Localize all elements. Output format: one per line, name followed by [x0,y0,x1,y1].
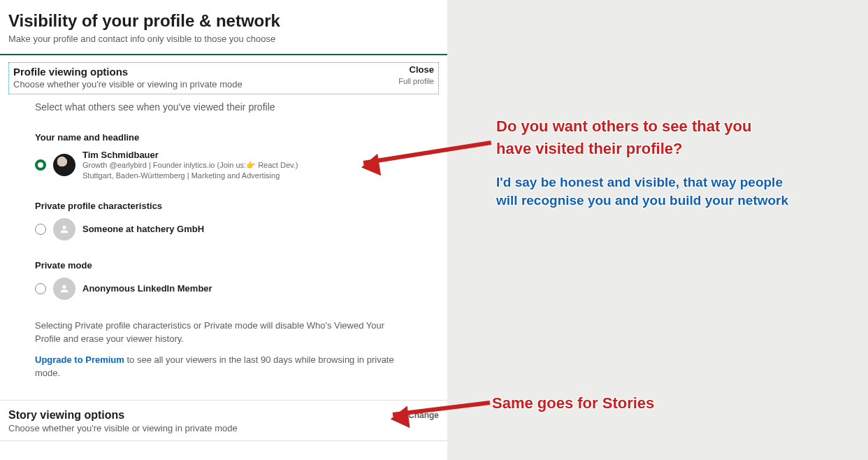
section-subtitle: Choose whether you're visible or viewing… [8,423,439,433]
current-mode-label: Full profile [398,77,434,85]
profile-location: Stuttgart, Baden-Württemberg | Marketing… [82,171,298,181]
story-viewing-section: Story viewing options Choose whether you… [0,400,447,444]
person-icon [53,278,75,300]
page-title: Visibility of your profile & network [8,11,439,31]
option-full-profile: Your name and headline Tim Schmidbauer G… [35,132,412,181]
section-title: Story viewing options [8,409,439,422]
section-title: Profile viewing options [13,66,434,78]
section-subtitle: Choose whether you're visible or viewing… [13,79,434,89]
options-content: Select what others see when you've viewe… [8,101,439,380]
radio-private-mode[interactable] [35,283,46,294]
settings-panel: Visibility of your profile & network Mak… [0,0,447,460]
semi-private-text: Someone at hatchery GmbH [82,224,204,234]
page-subtitle: Make your profile and contact info only … [8,34,439,44]
private-mode-text: Anonymous LinkedIn Member [82,283,212,294]
radio-semi-private[interactable] [35,224,46,235]
annotation-question-2: Same goes for Stories [492,393,654,414]
divider [0,54,447,55]
close-button[interactable]: Close [410,64,434,75]
radio-full-profile[interactable] [35,159,46,171]
annotation-question-1b: have visited their profile? [496,138,683,159]
option-label: Private profile characteristics [35,201,412,211]
upgrade-text: Upgrade to Premium to see all your viewe… [35,354,412,380]
person-icon [53,218,75,240]
disclaimer-text: Selecting Private profile characteristic… [35,319,412,346]
instruction-text: Select what others see when you've viewe… [35,101,412,113]
avatar [53,154,75,176]
option-private-mode: Private mode Anonymous LinkedIn Member [35,260,412,300]
profile-name: Tim Schmidbauer [82,150,298,160]
upgrade-premium-link[interactable]: Upgrade to Premium [35,354,124,365]
profile-headline: Growth @earlybird | Founder inlytics.io … [82,160,298,171]
annotation-answer-1a: I'd say be honest and visible, that way … [496,173,783,192]
option-label: Private mode [35,260,412,271]
profile-viewing-section: Profile viewing options Choose whether y… [8,62,439,94]
option-label: Your name and headline [35,132,412,143]
annotation-answer-1b: will recognise you and you build your ne… [496,192,788,210]
option-semi-private: Private profile characteristics Someone … [35,201,412,240]
annotation-question-1a: Do you want others to see that you [496,116,751,137]
